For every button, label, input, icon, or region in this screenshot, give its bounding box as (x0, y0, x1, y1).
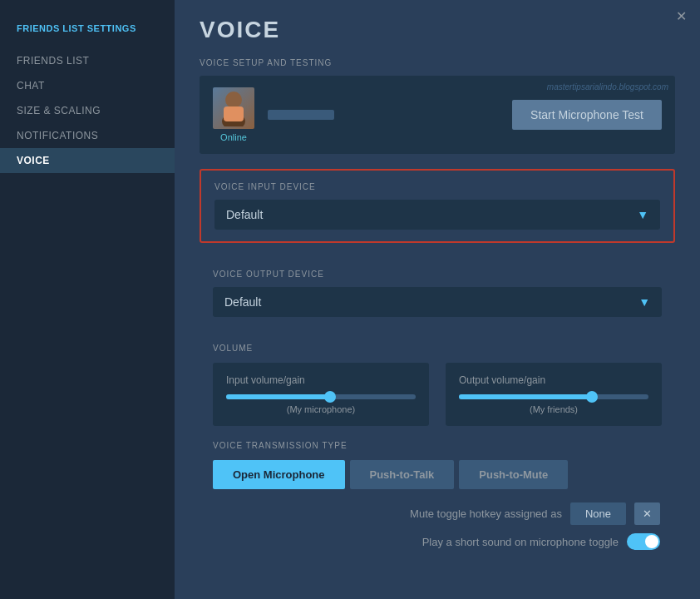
start-microphone-test-button[interactable]: Start Microphone Test (512, 100, 662, 130)
svg-rect-2 (224, 106, 244, 121)
voice-setup-label: VOICE SETUP AND TESTING (200, 58, 675, 67)
toggle-knob (645, 535, 658, 548)
voice-output-label: VOICE OUTPUT DEVICE (213, 270, 662, 279)
voice-output-value: Default (224, 295, 261, 309)
hotkey-clear-button[interactable]: ✕ (634, 502, 660, 525)
voice-input-arrow-icon: ▼ (637, 208, 648, 221)
avatar-svg (219, 90, 249, 126)
voice-output-arrow-icon: ▼ (638, 295, 650, 309)
input-volume-fill (226, 394, 330, 399)
main-content: VOICE VOICE SETUP AND TESTING Online (175, 0, 700, 599)
sidebar-item-friends-list[interactable]: FRIENDS LIST (0, 48, 175, 73)
output-volume-thumb[interactable] (586, 391, 598, 403)
page-title: VOICE (200, 17, 675, 43)
push-to-mute-button[interactable]: Push-to-Mute (459, 460, 568, 489)
sidebar-item-size-scaling[interactable]: SIZE & SCALING (0, 98, 175, 123)
input-volume-label: Input volume/gain (226, 374, 416, 386)
volume-sliders: Input volume/gain (My microphone) Output… (213, 363, 662, 426)
sidebar-item-voice[interactable]: VOICE (0, 148, 175, 173)
voice-output-section: VOICE OUTPUT DEVICE Default ▼ (200, 258, 675, 329)
transmission-label: VOICE TRANSMISSION TYPE (213, 441, 662, 450)
hotkey-label: Mute toggle hotkey assigned as (410, 507, 562, 520)
open-microphone-button[interactable]: Open Microphone (213, 460, 345, 489)
input-volume-group: Input volume/gain (My microphone) (213, 363, 429, 426)
avatar-figure (213, 87, 254, 129)
input-volume-track[interactable] (226, 394, 416, 399)
voice-input-dropdown[interactable]: Default ▼ (214, 200, 660, 230)
sound-toggle-label: Play a short sound on microphone toggle (422, 536, 619, 548)
transmission-section: VOICE TRANSMISSION TYPE Open Microphone … (200, 441, 675, 550)
output-volume-group: Output volume/gain (My friends) (446, 363, 662, 426)
output-volume-track[interactable] (459, 394, 648, 399)
sidebar-item-chat[interactable]: CHAT (0, 73, 175, 98)
avatar-status: Online (220, 132, 247, 142)
settings-window: ✕ FRIENDS LIST SETTINGS FRIENDS LIST CHA… (0, 0, 700, 599)
push-to-talk-button[interactable]: Push-to-Talk (350, 460, 455, 489)
sidebar: FRIENDS LIST SETTINGS FRIENDS LIST CHAT … (0, 0, 175, 599)
sidebar-header: FRIENDS LIST SETTINGS (0, 17, 175, 40)
watermark: mastertipsarialindo.blogspot.com (547, 82, 668, 92)
input-volume-sub-label: (My microphone) (226, 404, 416, 414)
avatar (213, 87, 254, 129)
hotkey-value: None (570, 502, 626, 525)
svg-point-0 (225, 92, 242, 108)
avatar-area: Online (213, 87, 254, 142)
voice-output-dropdown[interactable]: Default ▼ (213, 287, 662, 317)
volume-label: VOLUME (213, 344, 662, 353)
close-button[interactable]: ✕ (671, 7, 692, 26)
output-volume-label: Output volume/gain (459, 374, 648, 386)
sound-toggle-row: Play a short sound on microphone toggle (213, 533, 662, 550)
volume-section: VOLUME Input volume/gain (My microphone)… (200, 344, 675, 426)
sidebar-item-notifications[interactable]: NOTIFICATIONS (0, 123, 175, 148)
transmission-buttons: Open Microphone Push-to-Talk Push-to-Mut… (213, 460, 662, 489)
hotkey-row: Mute toggle hotkey assigned as None ✕ (213, 502, 662, 525)
output-volume-sub-label: (My friends) (459, 404, 648, 414)
output-volume-fill (459, 394, 592, 399)
voice-input-value: Default (226, 208, 263, 221)
input-volume-thumb[interactable] (324, 391, 336, 403)
voice-input-label: VOICE INPUT DEVICE (214, 182, 660, 191)
voice-setup-card: Online mastertipsarialindo.blogspot.com … (200, 76, 675, 154)
voice-input-section: VOICE INPUT DEVICE Default ▼ (200, 169, 675, 243)
sound-toggle-switch[interactable] (627, 533, 660, 550)
username-bar (268, 110, 334, 120)
